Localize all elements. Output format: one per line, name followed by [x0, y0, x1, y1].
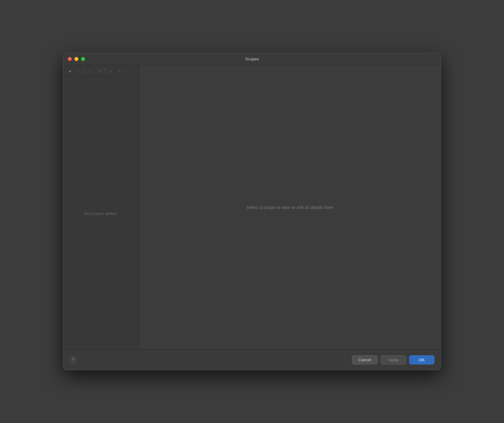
- save-scope-button[interactable]: ⊞: [95, 68, 103, 75]
- main-content: + − ⎘ ⊞ ▲ ▼: [63, 65, 441, 350]
- remove-scope-button[interactable]: −: [75, 68, 83, 75]
- copy-scope-button[interactable]: ⎘: [86, 68, 94, 75]
- help-button[interactable]: ?: [70, 357, 77, 364]
- minimize-button[interactable]: [74, 57, 78, 61]
- toolbar-separator-2: [105, 69, 105, 74]
- bottom-bar: ? Cancel Apply OK: [63, 350, 441, 370]
- detail-pane: Select a scope to view or edit its detai…: [139, 65, 441, 350]
- scopes-dialog: Scopes + − ⎘ ⊞ ▲: [63, 53, 441, 370]
- add-scope-button[interactable]: +: [66, 68, 74, 75]
- traffic-lights: [68, 57, 85, 61]
- sidebar-content: No scopes added.: [63, 77, 139, 350]
- action-buttons: Cancel Apply OK: [352, 355, 434, 364]
- sidebar-toolbar: + − ⎘ ⊞ ▲ ▼: [63, 65, 139, 77]
- window-title: Scopes: [245, 57, 259, 61]
- move-up-button[interactable]: ▲: [107, 68, 115, 75]
- apply-button[interactable]: Apply: [381, 355, 406, 364]
- move-down-button[interactable]: ▼: [116, 68, 124, 75]
- no-scopes-label: No scopes added.: [84, 211, 117, 216]
- close-button[interactable]: [68, 57, 72, 61]
- maximize-button[interactable]: [81, 57, 85, 61]
- empty-detail-label: Select a scope to view or edit its detai…: [246, 205, 333, 210]
- title-bar: Scopes: [63, 53, 441, 65]
- ok-button[interactable]: OK: [409, 355, 434, 364]
- toolbar-separator-1: [84, 69, 85, 74]
- sidebar: + − ⎘ ⊞ ▲ ▼: [63, 65, 139, 350]
- cancel-button[interactable]: Cancel: [352, 355, 378, 364]
